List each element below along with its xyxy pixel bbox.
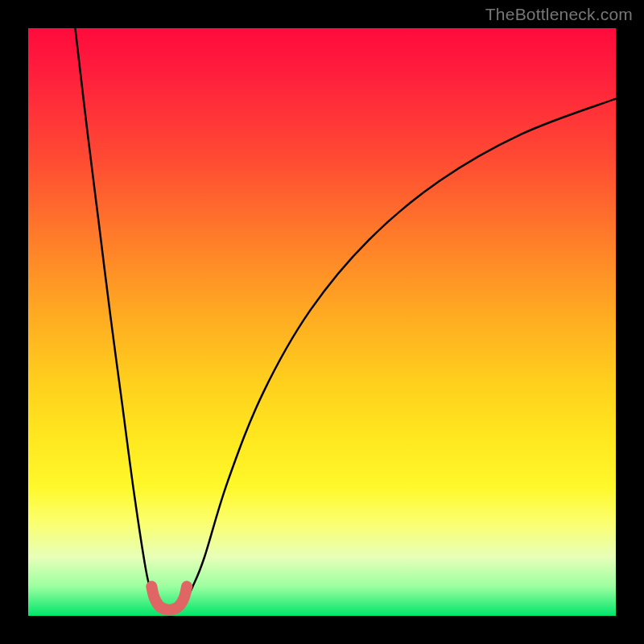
plot-area bbox=[28, 28, 616, 616]
right-arm-curve bbox=[175, 99, 617, 605]
chart-frame: TheBottleneck.com bbox=[0, 0, 644, 644]
curve-layer bbox=[28, 28, 616, 616]
u-marker-curve bbox=[151, 587, 187, 610]
watermark-text: TheBottleneck.com bbox=[485, 5, 633, 24]
left-arm-curve bbox=[75, 28, 163, 605]
